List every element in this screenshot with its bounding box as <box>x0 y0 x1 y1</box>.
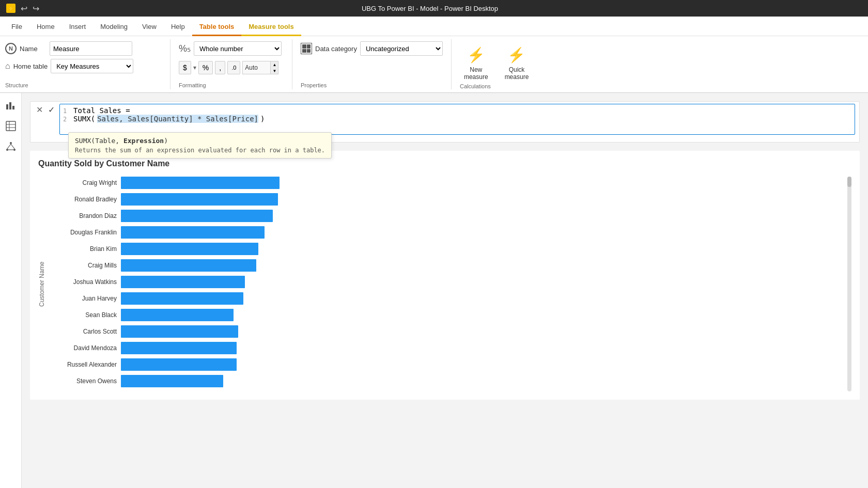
sidebar-icon-barchart[interactable] <box>3 97 19 114</box>
quick-measure-button[interactable]: ⚡ Quickmeasure <box>501 43 533 83</box>
window-title: UBG To Power BI - Model - Power BI Deskt… <box>362 5 498 12</box>
bar-track <box>121 358 845 371</box>
calculations-group: ⚡ Newmeasure ⚡ Quickmeasure Calculations <box>460 39 541 89</box>
bar-fill <box>121 210 273 222</box>
spin-up[interactable]: ▲ <box>270 61 278 68</box>
comma-button[interactable]: , <box>215 61 225 74</box>
bar-fill <box>121 177 280 189</box>
tab-measuretools[interactable]: Measure tools <box>241 19 301 36</box>
spin-down[interactable]: ▼ <box>270 68 278 74</box>
formatting-group: %₅ Whole number $ ▾ % , .0 Auto ▲ ▼ Form… <box>179 39 292 89</box>
bar-row: Brian Kim <box>50 243 845 255</box>
bar-fill <box>121 243 258 255</box>
new-measure-button[interactable]: ⚡ Newmeasure <box>460 43 492 83</box>
bar-track <box>121 226 845 239</box>
bar-fill <box>121 342 237 354</box>
tooltip-desc: Returns the sum of an expression evaluat… <box>75 147 325 154</box>
bar-row: Craig Wright <box>50 177 845 189</box>
formatting-label: Formatting <box>179 82 206 89</box>
arrow-down-icon: ▾ <box>193 64 196 71</box>
dollar-button[interactable]: $ <box>179 61 191 74</box>
bar-track <box>121 375 845 387</box>
format-toolbar: $ ▾ % , .0 Auto ▲ ▼ <box>179 61 278 74</box>
formula-text-2-prefix: SUMX( <box>73 115 95 123</box>
svg-point-8 <box>6 149 8 151</box>
svg-rect-3 <box>6 121 16 131</box>
data-category-icon <box>301 43 312 54</box>
data-category-label: Data category <box>315 45 357 53</box>
formula-line-2: 2 SUMX(Sales, Sales[Quantity] * Sales[Pr… <box>63 115 851 123</box>
formula-tooltip: SUMX(Table, Expression) Returns the sum … <box>68 132 332 159</box>
tab-modeling[interactable]: Modeling <box>93 19 135 36</box>
bar-label: Carlos Scott <box>50 328 117 335</box>
bar-track <box>121 177 845 189</box>
home-table-select[interactable]: Key Measures <box>51 59 133 73</box>
formula-text-1: Total Sales = <box>73 106 130 115</box>
auto-value: Auto <box>245 64 258 71</box>
sidebar-icon-model[interactable] <box>3 138 19 155</box>
auto-spinners[interactable]: ▲ ▼ <box>270 61 278 74</box>
bar-track <box>121 193 845 206</box>
formula-cancel-button[interactable]: ✕ <box>35 105 44 115</box>
tab-view[interactable]: View <box>135 19 164 36</box>
bar-row: Sean Black <box>50 309 845 321</box>
quick-measure-label: Quickmeasure <box>505 66 529 81</box>
data-category-select[interactable]: Uncategorized <box>360 41 443 56</box>
redo-button[interactable]: ↪ <box>33 4 39 13</box>
bar-fill <box>121 292 243 305</box>
chart-scrollbar[interactable] <box>847 177 851 391</box>
bar-fill <box>121 276 245 288</box>
tab-file[interactable]: File <box>4 19 29 36</box>
title-bar: ⚡ ↩ ↪ UBG To Power BI - Model - Power BI… <box>0 0 868 17</box>
scrollbar-thumb[interactable] <box>847 177 851 187</box>
format-select[interactable]: Whole number <box>194 41 282 56</box>
bar-label: Craig Mills <box>50 262 117 269</box>
decimal-button[interactable]: .0 <box>227 61 240 74</box>
y-axis-label: Customer Name <box>38 177 45 391</box>
formula-confirm-button[interactable]: ✓ <box>47 105 56 115</box>
tab-help[interactable]: Help <box>164 19 192 36</box>
svg-rect-1 <box>9 102 11 109</box>
percent-button[interactable]: % <box>198 61 213 74</box>
name-input[interactable] <box>50 41 132 56</box>
line-num-2: 2 <box>63 116 71 123</box>
bar-label: Brian Kim <box>50 245 117 253</box>
undo-button[interactable]: ↩ <box>21 4 27 13</box>
bar-fill <box>121 358 237 371</box>
bar-track <box>121 259 845 272</box>
tab-insert[interactable]: Insert <box>62 19 94 36</box>
bar-label: Steven Owens <box>50 377 117 385</box>
properties-group: Data category Uncategorized Properties <box>301 39 452 89</box>
tooltip-sig-text: SUMX(Table, <box>75 137 123 145</box>
bar-row: Ronald Bradley <box>50 193 845 206</box>
chart-container: Customer Name Craig WrightRonald Bradley… <box>38 177 851 391</box>
svg-line-10 <box>7 144 11 149</box>
bar-chart: Craig WrightRonald BradleyBrandon DiazDo… <box>50 177 845 391</box>
svg-rect-0 <box>6 104 8 109</box>
tab-home[interactable]: Home <box>29 19 62 36</box>
sidebar-icon-table[interactable] <box>3 118 19 134</box>
bar-fill <box>121 309 234 321</box>
bar-label: Craig Wright <box>50 179 117 186</box>
bar-track <box>121 292 845 305</box>
formula-editor[interactable]: 1 Total Sales = 2 SUMX(Sales, Sales[Quan… <box>59 104 855 135</box>
auto-input[interactable]: Auto ▲ ▼ <box>242 61 278 74</box>
bar-track <box>121 342 845 354</box>
svg-point-9 <box>13 149 16 151</box>
quick-measure-icon: ⚡ <box>507 45 526 64</box>
bar-label: Ronald Bradley <box>50 196 117 203</box>
formula-bar: ✕ ✓ 1 Total Sales = 2 SUMX(Sales, Sales[… <box>30 101 860 143</box>
svg-line-11 <box>11 144 14 149</box>
name-icon: N <box>5 43 17 54</box>
calc-buttons: ⚡ Newmeasure ⚡ Quickmeasure <box>460 41 533 83</box>
data-category-row: Data category Uncategorized <box>301 41 443 56</box>
bar-row: David Mendoza <box>50 342 845 354</box>
bar-track <box>121 309 845 321</box>
formula-text-2-suffix: ) <box>260 115 265 123</box>
chart-title: Quantity Sold by Customer Name <box>38 159 851 168</box>
chart-area: Quantity Sold by Customer Name Customer … <box>30 151 860 400</box>
bar-row: Juan Harvey <box>50 292 845 305</box>
tab-tabletools[interactable]: Table tools <box>192 19 242 36</box>
calculations-label: Calculations <box>460 83 491 90</box>
sidebar <box>0 93 22 488</box>
